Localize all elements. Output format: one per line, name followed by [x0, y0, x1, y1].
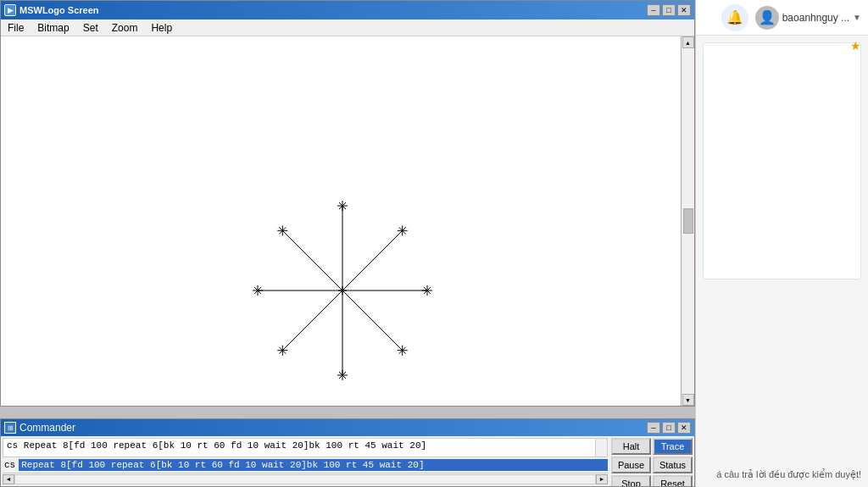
status-button[interactable]: Status	[653, 457, 693, 473]
menu-bitmap[interactable]: Bitmap	[31, 20, 75, 36]
user-menu-chevron-icon[interactable]: ▼	[853, 13, 861, 22]
turtle-drawing	[1, 36, 681, 406]
right-bottom-text: á câu trả lời đều được kiểm duyệt!	[696, 462, 868, 487]
msw-screen-window: ▶ MSWLogo Screen – □ ✕ File Bitmap Set Z…	[0, 0, 695, 407]
scroll-thumb[interactable]	[683, 208, 693, 234]
svg-line-7	[282, 230, 342, 291]
msw-canvas: ▲ ▼	[1, 36, 694, 406]
commander-prompt: cs	[3, 459, 17, 471]
msw-title-text: MSWLogo Screen	[19, 5, 99, 15]
canvas-vertical-scrollbar[interactable]: ▲ ▼	[681, 36, 694, 406]
commander-output-text: cs Repeat 8[fd 100 repeat 6[bk 10 rt 60 …	[7, 440, 426, 451]
commander-title-text: Commander	[19, 422, 75, 434]
commander-window: ⊞ Commander – □ ✕ cs Repeat 8[fd 100 rep…	[0, 418, 695, 487]
commander-icon: ⊞	[4, 422, 16, 434]
scroll-up-arrow[interactable]: ▲	[682, 36, 694, 48]
scroll-down-arrow[interactable]: ▼	[682, 394, 694, 406]
reset-button[interactable]: Reset	[653, 475, 693, 486]
commander-buttons-panel: Halt Trace Pause Status Stop Reset Execu…	[609, 436, 694, 486]
right-top-bar: 🔔 👤 baoanhnguy ... ▼	[696, 0, 868, 36]
msw-close-button[interactable]: ✕	[677, 4, 691, 16]
commander-left-panel: cs Repeat 8[fd 100 repeat 6[bk 10 rt 60 …	[1, 436, 609, 486]
commander-body: cs Repeat 8[fd 100 repeat 6[bk 10 rt 60 …	[1, 436, 694, 486]
msw-window-controls: – □ ✕	[647, 4, 691, 16]
msw-menubar: File Bitmap Set Zoom Help	[1, 19, 694, 36]
commander-window-controls: – □ ✕	[647, 422, 691, 434]
svg-line-3	[342, 291, 403, 351]
output-vertical-scrollbar[interactable]	[595, 439, 607, 457]
hscroll-left-arrow[interactable]: ◄	[3, 474, 14, 484]
msw-maximize-button[interactable]: □	[662, 4, 676, 16]
right-card	[703, 42, 861, 279]
commander-maximize-button[interactable]: □	[662, 422, 676, 434]
commander-buttons-row1: Halt Trace	[611, 438, 693, 455]
star-icon: ★	[850, 39, 861, 53]
user-avatar: 👤	[755, 6, 779, 30]
commander-input-row: cs	[3, 459, 608, 471]
commander-horizontal-scrollbar[interactable]: ◄ ►	[3, 473, 608, 484]
svg-line-5	[282, 291, 342, 351]
stop-button[interactable]: Stop	[611, 475, 651, 486]
commander-titlebar: ⊞ Commander – □ ✕	[1, 419, 694, 436]
trace-button[interactable]: Trace	[653, 438, 693, 455]
menu-help[interactable]: Help	[144, 20, 179, 36]
commander-output: cs Repeat 8[fd 100 repeat 6[bk 10 rt 60 …	[3, 438, 608, 457]
right-panel: 🔔 👤 baoanhnguy ... ▼ ★ á câu trả lời đều…	[695, 0, 868, 487]
user-name: baoanhnguy ...	[782, 12, 849, 24]
commander-buttons-row3: Stop Reset	[611, 475, 693, 486]
pause-button[interactable]: Pause	[611, 457, 651, 473]
svg-line-1	[342, 230, 403, 291]
halt-button[interactable]: Halt	[611, 438, 651, 455]
commander-minimize-button[interactable]: –	[647, 422, 660, 434]
drawing-area	[1, 36, 681, 406]
msw-app-icon: ▶	[4, 4, 16, 16]
hscroll-right-arrow[interactable]: ►	[596, 474, 608, 484]
commander-close-button[interactable]: ✕	[677, 422, 691, 434]
menu-set[interactable]: Set	[76, 20, 105, 36]
notification-bell-icon[interactable]: 🔔	[721, 4, 748, 31]
commander-buttons-row2: Pause Status	[611, 457, 693, 473]
hscroll-track[interactable]	[14, 474, 596, 484]
right-content	[696, 36, 868, 462]
menu-file[interactable]: File	[1, 20, 31, 36]
msw-titlebar: ▶ MSWLogo Screen – □ ✕	[1, 1, 694, 19]
user-area: 👤 baoanhnguy ... ▼	[755, 6, 861, 30]
commander-input[interactable]	[19, 459, 608, 471]
msw-minimize-button[interactable]: –	[647, 4, 660, 16]
menu-zoom[interactable]: Zoom	[105, 20, 145, 36]
